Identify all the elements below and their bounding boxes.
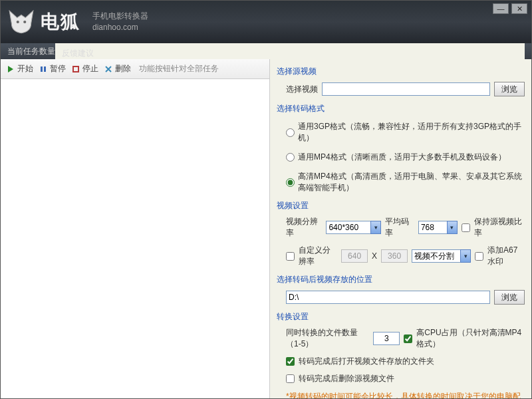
high-cpu-checkbox[interactable] <box>404 334 412 343</box>
section-output: 选择转码后视频存放的位置 <box>277 274 525 285</box>
play-icon <box>6 65 15 74</box>
bitrate-label: 平均码率 <box>385 216 414 239</box>
resolution-select[interactable] <box>326 221 371 234</box>
window-controls: — ✕ <box>493 3 527 14</box>
feedback-link[interactable]: 反馈建议 <box>62 48 518 59</box>
custom-height-input[interactable] <box>381 249 408 263</box>
high-cpu-label: 高CPU占用（只针对高清MP4格式） <box>416 327 525 350</box>
custom-width-input[interactable] <box>341 249 368 263</box>
section-source: 选择源视频 <box>277 66 525 77</box>
open-folder-checkbox[interactable] <box>286 357 295 366</box>
svg-rect-3 <box>44 66 46 72</box>
output-browse-button[interactable]: 浏览 <box>494 290 525 305</box>
keep-ratio-checkbox[interactable] <box>462 223 470 232</box>
chevron-down-icon[interactable]: ▾ <box>460 249 471 263</box>
resolution-label: 视频分辨率 <box>286 216 322 239</box>
source-browse-button[interactable]: 浏览 <box>494 82 525 96</box>
delete-button[interactable]: 删除 <box>104 63 131 74</box>
brand: 电狐 手机电影转换器 dianhoo.com <box>7 8 148 36</box>
brand-sub: 手机电影转换器 dianhoo.com <box>92 11 148 33</box>
format-3gp-label: 通用3GP格式（流畅，兼容性好，适用于所有支持3GP格式的手机） <box>298 121 525 144</box>
fox-icon <box>7 8 35 36</box>
keep-ratio-label: 保持源视频比率 <box>474 216 525 239</box>
format-mp4-label: 通用MP4格式（清晰画质，适用于大多数手机及数码设备） <box>298 152 506 163</box>
open-folder-label: 转码完成后打开视频文件存放的文件夹 <box>299 356 434 367</box>
brand-domain: dianhoo.com <box>92 22 148 33</box>
svg-point-1 <box>23 21 26 23</box>
delete-source-label: 转码完成后删除源视频文件 <box>299 373 394 384</box>
section-convert: 转换设置 <box>277 311 525 323</box>
bitrate-select[interactable] <box>418 221 448 234</box>
source-label: 选择视频 <box>286 84 318 95</box>
format-hdmp4-label: 高清MP4格式（高清画质，适用于电脑、苹果、安卓及其它系统高端智能手机） <box>298 171 525 194</box>
svg-rect-4 <box>73 66 78 72</box>
source-input[interactable] <box>322 82 490 96</box>
stop-icon <box>71 65 80 74</box>
split-select[interactable] <box>412 249 461 263</box>
watermark-label: 添加A67水印 <box>487 245 525 267</box>
app-window: 电狐 手机电影转换器 dianhoo.com — ✕ 当前任务数量 帮助技巧 反… <box>0 0 532 399</box>
custom-res-checkbox[interactable] <box>286 252 295 261</box>
concurrent-label: 同时转换的文件数量（1-5） <box>286 327 369 350</box>
stop-button[interactable]: 停止 <box>71 63 98 74</box>
custom-res-label: 自定义分辨率 <box>299 245 337 267</box>
minimize-button[interactable]: — <box>493 3 509 14</box>
watermark-checkbox[interactable] <box>475 252 483 261</box>
task-list <box>1 79 269 398</box>
format-hdmp4-radio[interactable] <box>286 178 295 187</box>
left-panel: 开始 暂停 停止 删除 功能按钮针对全部任务 <box>1 59 270 398</box>
format-mp4-radio[interactable] <box>286 153 295 162</box>
pause-icon <box>39 65 48 74</box>
format-3gp-radio[interactable] <box>286 128 295 137</box>
toolbar: 开始 暂停 停止 删除 功能按钮针对全部任务 <box>1 59 269 79</box>
svg-point-0 <box>17 21 19 23</box>
warning-text: *视频转码的时间可能会比较长，具体转换的时间取决于您的电脑配置情况。 <box>286 391 525 398</box>
brand-name: 电狐 <box>41 9 80 35</box>
start-button[interactable]: 开始 <box>6 63 33 74</box>
svg-rect-2 <box>41 66 43 72</box>
settings-panel: 选择源视频 选择视频 浏览 选择转码格式 通用3GP格式（流畅，兼容性好，适用于… <box>270 59 531 398</box>
section-video: 视频设置 <box>277 200 525 211</box>
close-button[interactable]: ✕ <box>511 3 527 14</box>
titlebar: 电狐 手机电影转换器 dianhoo.com — ✕ <box>1 1 531 43</box>
toolbar-hint: 功能按钮针对全部任务 <box>139 63 219 74</box>
brand-subtitle: 手机电影转换器 <box>92 11 148 22</box>
section-format: 选择转码格式 <box>277 103 525 114</box>
task-count-label: 当前任务数量 <box>7 46 55 57</box>
chevron-down-icon[interactable]: ▾ <box>447 221 458 234</box>
statusbar: 当前任务数量 帮助技巧 反馈建议 QQ群：212399304, 17377925… <box>1 43 531 59</box>
delete-icon <box>104 65 113 74</box>
main-area: 开始 暂停 停止 删除 功能按钮针对全部任务 选择源视频 <box>1 59 531 398</box>
output-path-input[interactable] <box>286 291 490 304</box>
pause-button[interactable]: 暂停 <box>39 63 66 74</box>
chevron-down-icon[interactable]: ▾ <box>370 221 381 234</box>
delete-source-checkbox[interactable] <box>286 374 295 383</box>
concurrent-input[interactable] <box>373 332 400 345</box>
